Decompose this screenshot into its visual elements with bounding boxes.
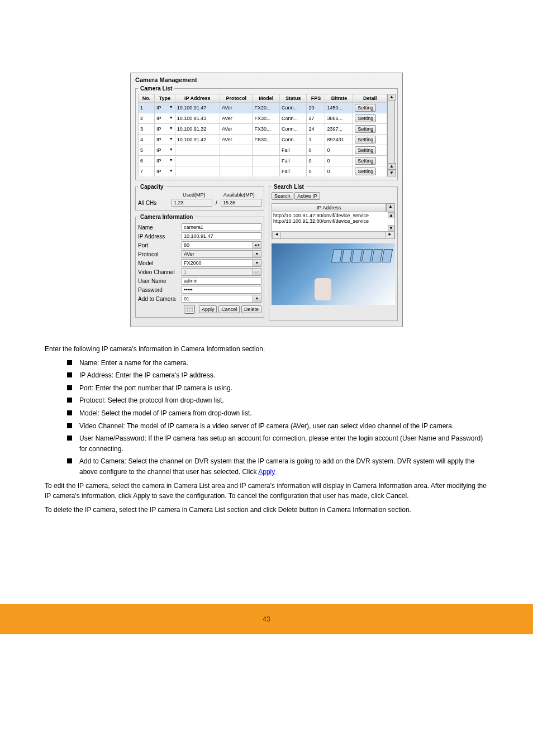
delete-paragraph: To delete the IP camera, select the IP c… [45, 505, 488, 515]
col-header[interactable]: IP Address [175, 94, 220, 103]
scroll-up-icon[interactable]: ▲ [387, 94, 396, 101]
setting-button[interactable]: Setting [355, 114, 376, 122]
type-cell-dropdown[interactable]: IP▼ [154, 124, 175, 135]
table-row[interactable]: 1IP▼10.100.91.47AVerFX20...Conn...201450… [139, 103, 387, 113]
search-result-item[interactable]: http://10.100.91.32:80/onvif/device_serv… [273, 218, 393, 224]
chevron-down-icon[interactable]: ▼ [253, 259, 261, 267]
active-ip-button[interactable]: Active IP [294, 192, 320, 200]
col-header[interactable]: Bitrate [325, 94, 353, 103]
name-input[interactable] [182, 223, 261, 231]
setting-button[interactable]: Setting [355, 104, 376, 112]
table-row[interactable]: 5IP▼Fail00Setting [139, 145, 387, 156]
protocol-select[interactable]: AVer [182, 250, 253, 258]
col-header[interactable]: FPS [307, 94, 325, 103]
search-result-item[interactable]: http://10.100.91.47:80/onvif/device_serv… [273, 213, 393, 218]
port-spinner-icon[interactable]: ▲▾ [253, 241, 261, 249]
keyboard-icon[interactable] [184, 305, 195, 314]
search-list-legend: Search List [272, 184, 306, 190]
scroll-left-icon[interactable]: ◄ [272, 232, 281, 238]
table-row[interactable]: 2IP▼10.100.91.43AVerFX30...Conn...273886… [139, 113, 387, 124]
pass-input[interactable] [182, 286, 261, 294]
search-button[interactable]: Search [272, 192, 293, 200]
page-number: 43 [263, 615, 270, 623]
col-header[interactable]: Status [279, 94, 307, 103]
table-row[interactable]: 4IP▼10.100.91.42AVerFB30...Conn...189743… [139, 135, 387, 145]
setting-button[interactable]: Setting [355, 157, 376, 165]
type-cell-dropdown[interactable]: IP▼ [154, 145, 175, 156]
cancel-button[interactable]: Cancel [218, 305, 240, 313]
cell: 3886... [325, 113, 353, 124]
dialog-title: Camera Management [135, 74, 398, 85]
cell: AVer [220, 113, 253, 124]
apply-link[interactable]: Apply [258, 468, 275, 476]
apply-button[interactable]: Apply [199, 305, 217, 313]
cell: AVer [220, 103, 253, 113]
col-header[interactable]: Type [154, 94, 175, 103]
cell: Conn... [279, 124, 307, 135]
port-input[interactable] [182, 241, 253, 249]
table-row[interactable]: 3IP▼10.100.91.32AVerFX30...Conn...242397… [139, 124, 387, 135]
cell: 1450... [325, 103, 353, 113]
col-header[interactable]: Protocol [220, 94, 253, 103]
ip-address-header: IP Address [272, 203, 386, 212]
user-input[interactable] [182, 277, 261, 285]
scroll-up-icon[interactable]: ▲ [388, 212, 394, 218]
type-cell-dropdown[interactable]: IP▼ [154, 135, 175, 145]
scroll-inner-down-icon[interactable]: ▼ [387, 170, 396, 176]
cell: Conn... [279, 103, 307, 113]
cell: 7 [139, 166, 155, 177]
cell: 2 [139, 113, 155, 124]
name-label: Name [138, 224, 182, 231]
scroll-down-icon[interactable]: ▼ [388, 225, 394, 231]
cell: 24 [307, 124, 325, 135]
scroll-right-icon[interactable]: ► [386, 232, 394, 238]
delete-button[interactable]: Delete [241, 305, 261, 313]
used-label: Used(MP) [172, 192, 217, 198]
cell [253, 166, 279, 177]
type-cell-dropdown[interactable]: IP▼ [154, 103, 175, 113]
model-select[interactable]: FX2000 [182, 259, 253, 267]
cell: 0 [325, 166, 353, 177]
table-row[interactable]: 7IP▼Fail00Setting [139, 166, 387, 177]
scroll-inner-up-icon[interactable]: ▲ [387, 163, 396, 170]
protocol-label: Protocol [138, 251, 182, 257]
type-cell-dropdown[interactable]: IP▼ [154, 166, 175, 177]
video-label: Video Channel [138, 269, 182, 275]
cell [175, 145, 220, 156]
avail-label: Available(MP) [217, 192, 262, 198]
edit-paragraph: To edit the IP camera, select the camera… [45, 481, 488, 501]
col-header[interactable]: Model [253, 94, 279, 103]
camera-list-legend: Camera List [138, 85, 174, 92]
list-item: Port: Enter the port number that IP came… [67, 383, 488, 394]
cell: 897431 [325, 135, 353, 145]
list-item: Protocol: Select the protocol from drop-… [67, 395, 488, 406]
setting-button[interactable]: Setting [355, 146, 376, 154]
capacity-sep: / [212, 200, 221, 206]
ip-input[interactable] [182, 232, 261, 240]
chevron-down-icon[interactable]: ▼ [253, 250, 261, 258]
type-cell-dropdown[interactable]: IP▼ [154, 113, 175, 124]
cell: Conn... [279, 135, 307, 145]
type-cell-dropdown[interactable]: IP▼ [154, 156, 175, 166]
ip-label: IP Address [138, 233, 182, 240]
col-header[interactable]: Detail [353, 94, 387, 103]
cell [220, 156, 253, 166]
list-item: User Name/Password: If the IP camera has… [67, 433, 488, 454]
col-header[interactable]: No. [139, 94, 155, 103]
cell: Conn... [279, 113, 307, 124]
setting-button[interactable]: Setting [355, 125, 376, 133]
port-label: Port [138, 242, 182, 248]
table-row[interactable]: 6IP▼Fail00Setting [139, 156, 387, 166]
cell: 0 [325, 145, 353, 156]
list-item: Model: Select the model of IP camera fro… [67, 408, 488, 419]
setting-button[interactable]: Setting [355, 168, 376, 175]
chevron-down-icon[interactable]: ▼ [253, 295, 261, 303]
search-ip-list[interactable]: http://10.100.91.47:80/onvif/device_serv… [272, 212, 395, 232]
setting-button[interactable]: Setting [355, 136, 376, 143]
cell: 10.100.91.47 [175, 103, 220, 113]
addto-select[interactable]: 01 [182, 295, 253, 303]
all-chs-label: All CHs [138, 200, 172, 206]
scroll-up-icon[interactable]: ▲ [386, 203, 395, 212]
cell [220, 145, 253, 156]
model-label: Model [138, 260, 182, 266]
